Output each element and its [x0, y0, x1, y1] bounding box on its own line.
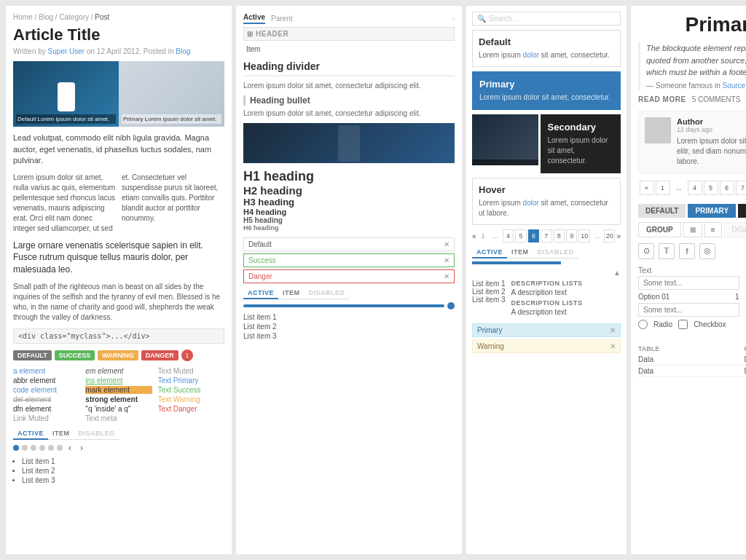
chevron-up[interactable]: ▲: [472, 269, 621, 277]
nav-arrow-icon: ›: [452, 15, 455, 23]
pg-4b[interactable]: 4: [688, 181, 702, 195]
search-bar[interactable]: 🔍 Search...: [472, 12, 621, 25]
dot-5[interactable]: [48, 445, 54, 451]
pg-6[interactable]: 6: [528, 229, 539, 242]
badge-default[interactable]: DEFAULT: [13, 350, 52, 360]
select-primary-close-icon[interactable]: ✕: [610, 326, 616, 334]
card-default-title: Default: [479, 36, 614, 47]
nav-parent-label[interactable]: Parent: [271, 15, 292, 23]
dot-nav: ‹ ›: [13, 443, 224, 453]
badge-success[interactable]: SUCCESS: [55, 350, 95, 360]
next-arrow[interactable]: ›: [77, 443, 86, 453]
select-success[interactable]: Success ✕: [243, 253, 455, 267]
pagination-row: « 1 ... 4 5 6 7 8 9 10 ... 20 »: [638, 181, 746, 195]
tab-item-3[interactable]: ITEM: [507, 247, 533, 259]
select-warning-close-icon[interactable]: ✕: [610, 342, 616, 350]
primary-heading: Primary Heading: [638, 13, 746, 36]
pg-5b[interactable]: 5: [704, 181, 718, 195]
btn-icon-list[interactable]: ≡: [704, 222, 722, 237]
pg-ellipsis2: ...: [592, 229, 602, 242]
pg-7[interactable]: 7: [541, 229, 551, 242]
select-close-icon[interactable]: ✕: [444, 240, 449, 248]
tab-active-1[interactable]: ACTIVE: [13, 428, 48, 440]
author-link[interactable]: Super User: [48, 47, 85, 55]
text-danger: Text Danger: [158, 405, 224, 413]
author-info: Author 12 days ago Lorem ipsum dolor sit…: [677, 117, 746, 167]
card-hover-link[interactable]: dolor: [523, 199, 539, 207]
tab-item-2[interactable]: ITEM: [278, 288, 305, 299]
select-warning[interactable]: Warning ✕: [472, 339, 621, 353]
rss-icon[interactable]: ◎: [699, 243, 715, 259]
h2-heading: H2 heading: [243, 184, 455, 197]
article-large-text: Large ornare venenatis scelerisque sapie…: [13, 240, 224, 276]
nav-item-label[interactable]: Item: [243, 44, 455, 55]
select-primary[interactable]: Primary ✕: [472, 323, 621, 337]
pg-9[interactable]: 9: [566, 229, 577, 242]
pg-10[interactable]: 10: [578, 229, 589, 242]
tab-active-3[interactable]: ACTIVE: [472, 247, 507, 259]
form-radio[interactable]: [638, 320, 648, 329]
facebook-icon[interactable]: f: [679, 243, 695, 259]
github-icon[interactable]: ⊙: [638, 243, 654, 259]
text-primary: Text Primary: [158, 376, 224, 384]
category-link[interactable]: Blog: [176, 47, 190, 55]
progress-bar: [472, 261, 561, 264]
slider-row: [243, 302, 455, 309]
form-checkbox[interactable]: [678, 320, 688, 329]
dot-6[interactable]: [57, 445, 63, 451]
phone-icon: [58, 82, 75, 111]
pg-6b[interactable]: 6: [720, 181, 734, 195]
pg-next[interactable]: »: [616, 232, 621, 240]
list-col2: List item 1 List item 2 List item 3: [472, 280, 506, 319]
select-danger[interactable]: Danger ✕: [243, 269, 455, 283]
form-option-label: Option 01: [638, 293, 670, 301]
inline-elements: a element em element Text Muted abbr ele…: [13, 367, 224, 422]
read-more-link[interactable]: READ MORE: [638, 95, 686, 103]
dot-4[interactable]: [39, 445, 45, 451]
dot-3[interactable]: [31, 445, 36, 451]
h5-heading: H5 heading: [243, 216, 455, 224]
badge-warning[interactable]: WARNING: [98, 350, 138, 360]
nav-active-label[interactable]: Active: [243, 13, 265, 24]
form-text-input[interactable]: [638, 276, 739, 290]
tab-item-1[interactable]: ITEM: [48, 428, 74, 440]
prev-arrow[interactable]: ‹: [66, 443, 74, 453]
a-element[interactable]: a element: [13, 367, 79, 375]
form-option-value: 1: [735, 293, 739, 301]
pg-prev2[interactable]: «: [640, 181, 654, 195]
twitter-icon[interactable]: 𝕋: [659, 243, 675, 259]
btn-group[interactable]: GROUP: [638, 222, 681, 237]
btn-secondary[interactable]: SECONDARY: [738, 204, 746, 218]
form-col-left: Text Option 01 1 Radio Checkbox: [638, 267, 739, 339]
btn-icon-grid[interactable]: ⊞: [683, 222, 702, 237]
comments-link[interactable]: 5 COMMENTS: [692, 95, 741, 103]
badge-danger[interactable]: DANGER: [141, 350, 178, 360]
text-muted: Text Muted: [158, 367, 224, 375]
select-danger-close-icon[interactable]: ✕: [444, 272, 449, 280]
card-link[interactable]: dolor: [523, 51, 539, 59]
source-link[interactable]: Source Title: [723, 82, 747, 90]
btn-default[interactable]: DEFAULT: [638, 204, 686, 218]
pg-4[interactable]: 4: [503, 229, 514, 242]
tab-active-2[interactable]: ACTIVE: [243, 288, 278, 299]
select-success-close-icon[interactable]: ✕: [444, 256, 449, 264]
article-small-text: Small path of the righteous man is beast…: [13, 282, 224, 323]
pg-5[interactable]: 5: [515, 229, 526, 242]
image-right: Primary Lorem ipsum dolor sit amet.: [119, 61, 224, 127]
dot-2[interactable]: [22, 445, 28, 451]
dot-1[interactable]: [13, 445, 19, 451]
pg-7b[interactable]: 7: [736, 181, 747, 195]
btn-primary[interactable]: PRIMARY: [688, 204, 736, 218]
radio-label: Radio: [653, 320, 672, 328]
link-muted[interactable]: Link Muted: [13, 414, 79, 422]
pg-prev[interactable]: «: [472, 232, 476, 240]
text-success: Text Success: [158, 386, 224, 394]
pg-1[interactable]: 1: [656, 181, 670, 195]
pg-20[interactable]: 20: [604, 229, 615, 242]
select-group-right: Primary ✕ Warning ✕: [472, 323, 621, 353]
pg-8[interactable]: 8: [554, 229, 565, 242]
search-icon: 🔍: [477, 15, 486, 23]
nav-header-row: ⊞ HEADER: [243, 27, 455, 41]
select-default[interactable]: Default ✕: [243, 237, 455, 251]
form-text-input2[interactable]: [638, 303, 739, 317]
